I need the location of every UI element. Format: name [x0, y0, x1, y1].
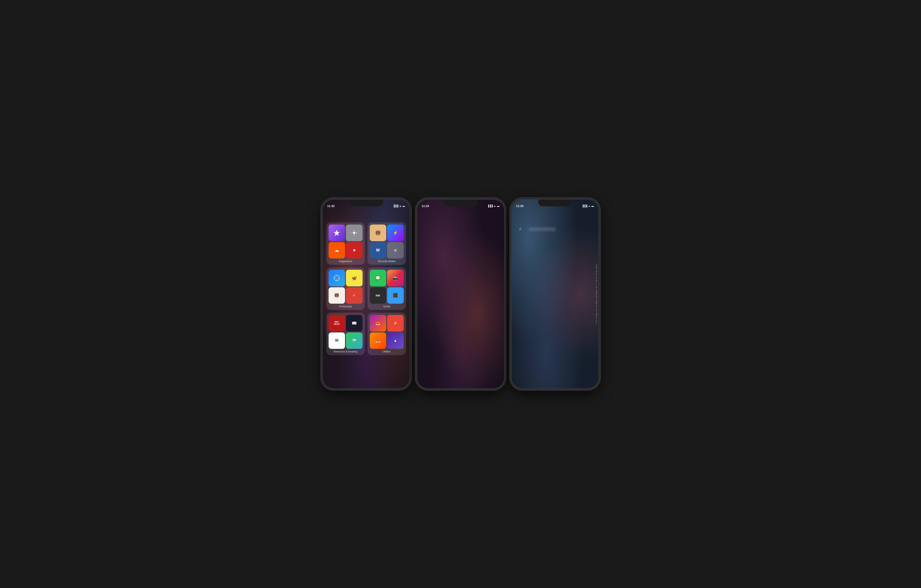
app-tes[interactable]: 🦋 — [346, 270, 363, 286]
folder-label-productivity: Productivity — [329, 305, 363, 308]
notch-1 — [349, 200, 383, 206]
status-icons-2: ▐▐▐ ▲ ▬ — [487, 205, 499, 207]
notch-3 — [538, 200, 572, 206]
app-firefox2[interactable]: 🦊 — [370, 333, 386, 349]
wifi-icon-3: ▲ — [588, 205, 591, 207]
app-maps[interactable]: 🗺 — [346, 333, 363, 349]
svg-marker-0 — [334, 230, 340, 236]
folder-label-recently: Recently Added — [370, 260, 404, 263]
app-bbc[interactable]: BBCNEWS — [329, 315, 345, 331]
app-reeder2[interactable]: ⚡ — [387, 315, 404, 331]
time-2: 11:33 — [422, 204, 429, 208]
iphone-3: 11:33 ▐▐▐ ▲ ▬ 🔍 App Library Cancel A — [511, 199, 599, 389]
status-icons-3: ▐▐▐ ▲ ▬ — [582, 205, 594, 207]
app-protonvpn-sm[interactable]: ▲ — [387, 333, 404, 349]
app-safari[interactable] — [329, 270, 345, 286]
app-word[interactable]: W — [370, 242, 386, 259]
folder-utilities[interactable]: 🦊 ⚡ 🦊 ▲ Utilities — [368, 313, 406, 355]
app-shortcuts[interactable] — [329, 224, 345, 241]
alpha-index[interactable]: A B C D E F G H I J K L M N O P Q R S T … — [596, 264, 597, 324]
folder-social[interactable]: 💬 📷 me ⬛ Social — [368, 268, 406, 310]
iphone-2: 11:33 ▐▐▐ ▲ ▬ Utilities 1⁴ 1.1.1.1 — [417, 199, 504, 389]
wifi-icon: ▲ — [399, 205, 402, 207]
folder-recently-added[interactable]: 🐻 ⚡ W ⊞ Recently Added — [368, 222, 406, 265]
time-1: 11:32 — [327, 204, 335, 208]
app-things[interactable]: ⬛ — [387, 287, 404, 304]
signal-icon: ▐▐▐ — [393, 205, 398, 207]
app-bear[interactable]: 🐻 — [370, 224, 386, 241]
app-memo[interactable]: me — [370, 287, 386, 304]
app-kindle[interactable]: 📖 — [346, 315, 363, 331]
app-messages[interactable]: 💬 — [370, 270, 386, 286]
wifi-icon-2: ▲ — [494, 205, 496, 207]
battery-icon-2: ▬ — [497, 205, 500, 207]
app-wikipedia[interactable]: W — [329, 333, 345, 349]
status-icons-1: ▐▐▐ ▲ ▬ — [393, 205, 405, 207]
app-soundcloud[interactable]: ☁ — [329, 242, 345, 259]
folder-label-social: Social — [370, 305, 404, 308]
signal-icon-3: ▐▐▐ — [582, 205, 587, 207]
app-bear2[interactable]: 🐻 — [329, 287, 345, 304]
app-reeder[interactable]: ★ — [346, 242, 363, 259]
svg-point-1 — [353, 232, 355, 234]
folder-suggestions[interactable]: ☁ ★ Suggestions — [326, 222, 365, 265]
background-2 — [417, 200, 504, 388]
app-messenger[interactable]: ⚡ — [387, 224, 404, 241]
folder-label-reference: Reference & Reading — [329, 350, 363, 353]
folder-label-suggestions: Suggestions — [329, 260, 363, 263]
time-3: 11:33 — [516, 204, 524, 208]
folder-reference[interactable]: BBCNEWS 📖 W 🗺 Reference & Reading — [326, 313, 365, 355]
app-settings[interactable] — [346, 224, 363, 241]
battery-icon-3: ▬ — [592, 205, 594, 207]
signal-icon-2: ▐▐▐ — [487, 205, 493, 207]
folder-label-utilities: Utilities — [370, 350, 404, 353]
app-multi[interactable]: ⊞ — [387, 242, 404, 259]
app-todoist[interactable]: ✓ — [346, 287, 363, 304]
battery-icon: ▬ — [403, 205, 405, 207]
app-instagram[interactable]: 📷 — [387, 270, 404, 286]
iphone-1: 11:32 ▐▐▐ ▲ ▬ 🔍 App Library — [322, 199, 410, 389]
folder-productivity[interactable]: 🦋 🐻 ✓ Productivity — [326, 268, 365, 310]
notch-2 — [444, 200, 477, 206]
list-name-blurred — [529, 227, 556, 231]
app-firefox-dark[interactable]: 🦊 — [370, 315, 386, 331]
